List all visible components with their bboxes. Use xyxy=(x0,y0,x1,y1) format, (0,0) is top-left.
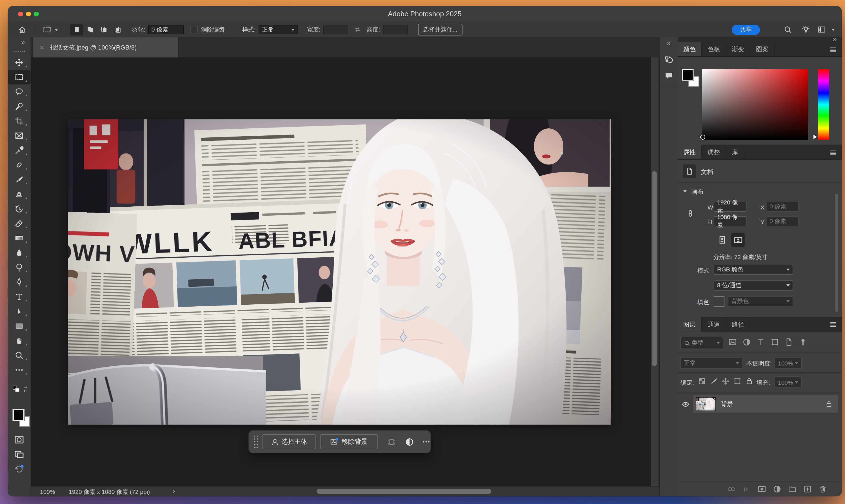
canvas-section-label[interactable]: 画布 xyxy=(691,187,704,196)
clone-stamp-tool[interactable] xyxy=(8,187,31,202)
new-adjustment-icon[interactable] xyxy=(773,485,781,493)
rectangle-tool[interactable] xyxy=(8,319,31,334)
antialias-checkbox[interactable] xyxy=(190,26,198,33)
lock-all-icon[interactable] xyxy=(745,377,753,385)
filter-shape-icon[interactable] xyxy=(771,338,779,346)
lock-transparency-icon[interactable] xyxy=(698,377,706,385)
eyedropper-tool[interactable] xyxy=(8,143,31,158)
frame-tool[interactable] xyxy=(8,128,31,143)
canvas-image[interactable] xyxy=(68,120,611,425)
close-tab-icon[interactable] xyxy=(39,44,45,50)
tool-preset-caret[interactable] xyxy=(55,29,58,31)
adjustment-icon[interactable] xyxy=(405,437,414,446)
crop-tool[interactable] xyxy=(8,114,31,128)
select-and-mask-button[interactable]: 选择并遮住... xyxy=(418,24,462,35)
color-mode-dropdown[interactable]: RGB 颜色 xyxy=(714,265,793,275)
tab-libraries[interactable]: 库 xyxy=(726,145,744,159)
workspace-caret[interactable] xyxy=(831,29,835,31)
feather-input[interactable]: 0 像素 xyxy=(148,25,184,34)
layers-panel-menu-icon[interactable] xyxy=(829,320,837,328)
layer-fill-input[interactable]: 100% xyxy=(775,376,802,388)
layer-lock-icon[interactable] xyxy=(825,400,833,408)
status-chevron-icon[interactable] xyxy=(171,488,177,494)
filter-adjustment-icon[interactable] xyxy=(742,338,751,346)
new-layer-icon[interactable] xyxy=(803,485,812,493)
dodge-tool[interactable] xyxy=(8,260,31,275)
edit-toolbar-tool[interactable] xyxy=(8,363,31,377)
selection-mode-intersect-button[interactable] xyxy=(110,24,124,35)
orientation-portrait-button[interactable] xyxy=(716,233,729,247)
brush-tool[interactable] xyxy=(8,172,31,187)
canvas-width-input[interactable]: 1920 像素 xyxy=(714,202,746,212)
properties-scrollbar[interactable] xyxy=(835,194,838,312)
properties-panel-menu-icon[interactable] xyxy=(829,148,837,156)
tools-grip[interactable] xyxy=(13,50,25,52)
default-colors-icon[interactable] xyxy=(12,385,20,393)
document-size-info[interactable]: 1920 像素 x 1080 像素 (72 ppi) xyxy=(69,488,150,496)
zoom-level[interactable]: 100% xyxy=(40,488,55,495)
color-foreground-swatch[interactable] xyxy=(682,69,694,81)
hue-slider[interactable] xyxy=(818,69,829,140)
tool-preset-icon[interactable] xyxy=(43,25,51,34)
tab-gradients[interactable]: 渐变 xyxy=(726,42,750,56)
hue-slider-arrow[interactable] xyxy=(813,134,817,139)
color-saturation-field[interactable] xyxy=(702,69,808,140)
layer-filter-search[interactable]: 类型 xyxy=(681,337,723,349)
layer-thumbnail[interactable] xyxy=(696,397,716,411)
tab-properties[interactable]: 属性 xyxy=(678,145,702,159)
tab-channels[interactable]: 通道 xyxy=(702,317,726,332)
canvas-height-input[interactable]: 1080 像素 xyxy=(714,216,746,227)
history-brush-tool[interactable] xyxy=(8,202,31,216)
opacity-input[interactable]: 100% xyxy=(775,357,802,369)
history-panel-icon[interactable] xyxy=(664,55,674,65)
collapse-panels-icon[interactable] xyxy=(832,37,838,42)
canvas-y-input[interactable]: 0 像素 xyxy=(766,216,799,227)
tab-layers[interactable]: 图层 xyxy=(678,317,702,332)
hand-tool[interactable] xyxy=(8,334,31,348)
workspace-icon[interactable] xyxy=(817,25,826,34)
type-tool[interactable] xyxy=(8,289,31,304)
style-dropdown[interactable]: 正常 xyxy=(259,25,298,34)
zoom-tool[interactable] xyxy=(8,348,31,363)
canvas-horizontal-scrollbar-thumb[interactable] xyxy=(317,489,491,494)
filter-image-icon[interactable] xyxy=(728,338,737,346)
lock-paint-icon[interactable] xyxy=(710,377,718,385)
remove-background-button[interactable]: 移除背景 xyxy=(320,434,378,449)
rotate-view-icon[interactable] xyxy=(14,464,24,474)
new-group-icon[interactable] xyxy=(788,485,796,493)
pen-tool[interactable] xyxy=(8,275,31,289)
rectangular-marquee-tool[interactable] xyxy=(8,70,31,85)
discover-icon[interactable] xyxy=(802,25,810,34)
eraser-tool[interactable] xyxy=(8,216,31,231)
canvas-x-input[interactable]: 0 像素 xyxy=(766,202,799,212)
transform-icon[interactable] xyxy=(387,437,396,446)
foreground-color-swatch[interactable] xyxy=(12,409,25,421)
link-dimensions-icon[interactable] xyxy=(687,206,694,221)
blend-mode-dropdown[interactable]: 正常 xyxy=(681,357,742,369)
color-picker-indicator[interactable] xyxy=(700,134,705,140)
filter-pin-icon[interactable] xyxy=(799,338,807,346)
expand-panels-icon[interactable] xyxy=(665,40,671,47)
swap-colors-icon[interactable] xyxy=(22,385,29,392)
title-bar[interactable]: Adobe Photoshop 2025 xyxy=(8,6,842,22)
layer-row-background[interactable]: 背景 xyxy=(678,395,838,413)
quick-selection-tool[interactable] xyxy=(8,99,31,114)
tab-paths[interactable]: 路径 xyxy=(726,317,750,332)
path-selection-tool[interactable] xyxy=(8,304,31,319)
collapse-tools-icon[interactable] xyxy=(20,40,26,46)
share-button[interactable]: 共享 xyxy=(732,24,760,35)
comments-panel-icon[interactable] xyxy=(664,71,674,80)
quick-mask-icon[interactable] xyxy=(14,435,24,445)
bit-depth-dropdown[interactable]: 8 位/通道 xyxy=(714,281,793,291)
tab-patterns[interactable]: 图案 xyxy=(750,42,775,56)
healing-brush-tool[interactable] xyxy=(8,158,31,172)
document-tab[interactable]: 报纸女孩.jpeg @ 100%(RGB/8) xyxy=(33,37,179,57)
fill-color-dropdown[interactable]: 背景色 xyxy=(728,296,793,306)
canvas-vertical-scrollbar-thumb[interactable] xyxy=(652,171,657,366)
home-icon[interactable] xyxy=(18,25,27,34)
delete-layer-icon[interactable] xyxy=(818,485,827,493)
tab-swatches[interactable]: 色板 xyxy=(702,42,726,56)
selection-mode-subtract-button[interactable] xyxy=(97,24,110,35)
screen-mode-icon[interactable] xyxy=(14,449,24,460)
filter-smart-object-icon[interactable] xyxy=(785,338,793,346)
